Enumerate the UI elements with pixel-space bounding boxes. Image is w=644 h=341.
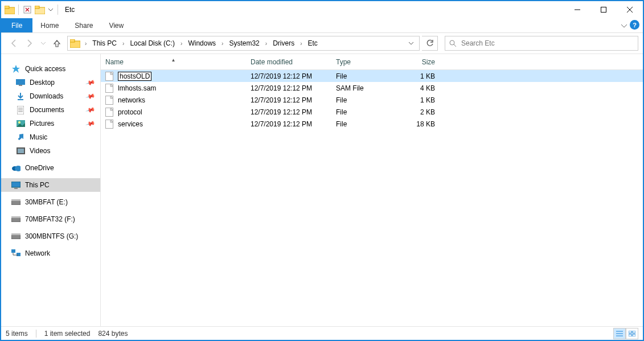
file-row[interactable]: services12/7/2019 12:12 PMFile18 KB [101,118,643,130]
videos-icon [16,146,25,155]
view-tab[interactable]: View [101,18,132,32]
file-size: 1 KB [400,72,440,80]
navigation-bar: › This PC› Local Disk (C:)› Windows› Sys… [1,33,643,54]
drive-icon [11,232,20,241]
sidebar-label: Videos [30,147,50,155]
file-row[interactable]: lmhosts.sam12/7/2019 12:12 PMSAM File4 K… [101,82,643,94]
folder-icon [69,39,81,48]
file-row[interactable]: networks12/7/2019 12:12 PMFile1 KB [101,94,643,106]
new-folder-icon[interactable] [34,3,46,16]
svg-rect-30 [11,199,20,201]
share-tab[interactable]: Share [67,18,101,32]
nav-arrows [6,39,65,48]
column-label: Name [105,58,124,66]
file-date: 12/7/2019 12:12 PM [246,84,331,92]
address-dropdown-icon[interactable] [404,41,418,46]
file-tab[interactable]: File [1,18,32,32]
desktop-icon [16,78,25,87]
svg-rect-33 [11,235,20,239]
sidebar-quick-access[interactable]: Quick access [1,62,100,76]
forward-button[interactable] [25,39,34,48]
up-button[interactable] [52,39,61,48]
sidebar-drive[interactable]: 30MBFAT (E:) [1,195,100,209]
pin-icon: 📌 [85,77,96,88]
sidebar-label: This PC [25,181,50,189]
thumbnails-view-button[interactable] [626,328,638,339]
file-rows[interactable]: hostsOLD12/7/2019 12:12 PMFile1 KBlmhost… [101,70,643,326]
sidebar-item-music[interactable]: Music [1,130,100,144]
documents-icon [16,105,25,114]
chevron-right-icon[interactable]: › [219,40,225,47]
recent-dropdown-icon[interactable] [41,41,46,46]
sidebar-item-pictures[interactable]: Pictures 📌 [1,117,100,130]
address-bar[interactable]: › This PC› Local Disk (C:)› Windows› Sys… [67,36,420,51]
sidebar-this-pc[interactable]: This PC [1,178,100,192]
maximize-button[interactable] [590,1,617,18]
sidebar-label: 70MBFAT32 (F:) [25,215,75,223]
navigation-pane[interactable]: Quick access Desktop 📌 Downloads 📌 Docum… [1,54,101,326]
file-name: lmhosts.sam [118,84,156,92]
file-icon [105,84,114,93]
file-size: 1 KB [400,96,440,104]
sidebar-item-documents[interactable]: Documents 📌 [1,103,100,117]
window-title: Etc [65,6,75,14]
file-row[interactable]: hostsOLD12/7/2019 12:12 PMFile1 KB [101,70,643,82]
onedrive-icon [11,163,20,172]
chevron-right-icon[interactable]: › [83,40,89,47]
breadcrumb-item[interactable]: System32 [227,39,261,47]
help-icon[interactable]: ? [630,20,639,30]
column-type[interactable]: Type [331,58,400,66]
details-view-button[interactable] [613,328,626,339]
breadcrumb-item[interactable]: Local Disk (C:) [128,39,177,47]
breadcrumb-item[interactable]: This PC [90,39,119,47]
svg-rect-47 [629,331,631,333]
chevron-right-icon[interactable]: › [298,40,304,47]
search-box[interactable] [445,36,638,51]
refresh-button[interactable] [422,36,438,51]
file-date: 12/7/2019 12:12 PM [246,72,331,80]
sidebar-item-downloads[interactable]: Downloads 📌 [1,89,100,103]
column-date[interactable]: Date modified [246,58,331,66]
breadcrumb-item[interactable]: Etc [305,39,319,47]
sidebar-label: Quick access [25,65,65,73]
ribbon-expand-icon[interactable] [621,18,627,33]
breadcrumb-item[interactable]: Windows [186,39,218,47]
column-name[interactable]: Name▲ [101,58,246,66]
sidebar-item-videos[interactable]: Videos [1,144,100,158]
svg-rect-29 [11,200,20,205]
star-icon [11,64,20,73]
file-icon [105,96,114,105]
svg-marker-13 [12,65,20,73]
file-row[interactable]: protocol12/7/2019 12:12 PMFile2 KB [101,106,643,118]
file-date: 12/7/2019 12:12 PM [246,120,331,128]
ribbon-tabs: File Home Share View ? [1,18,643,33]
sort-asc-icon: ▲ [171,57,176,63]
rename-input[interactable]: hostsOLD [118,72,151,81]
file-type: File [331,120,400,128]
home-tab[interactable]: Home [32,18,67,32]
file-date: 12/7/2019 12:12 PM [246,108,331,116]
back-button[interactable] [9,39,18,48]
sidebar-onedrive[interactable]: OneDrive [1,161,100,175]
separator [18,5,19,15]
search-input[interactable] [460,39,634,48]
qat-dropdown-icon[interactable] [46,7,55,12]
sidebar-item-desktop[interactable]: Desktop 📌 [1,76,100,89]
column-size[interactable]: Size [400,58,440,66]
chevron-right-icon[interactable]: › [263,40,269,47]
minimize-button[interactable] [564,1,590,18]
properties-icon[interactable] [21,3,34,16]
sidebar-label: Network [25,249,50,257]
svg-rect-6 [601,7,606,13]
breadcrumb-item[interactable]: Drivers [270,39,297,47]
chevron-right-icon[interactable]: › [120,40,126,47]
svg-rect-14 [16,79,25,85]
sidebar-drive[interactable]: 70MBFAT32 (F:) [1,212,100,226]
sidebar-drive[interactable]: 300MBNTFS (G:) [1,229,100,243]
folder-icon[interactable] [3,3,16,16]
svg-rect-49 [629,334,631,336]
close-button[interactable] [617,1,643,18]
pin-icon: 📌 [85,91,96,101]
chevron-right-icon[interactable]: › [178,40,184,47]
sidebar-network[interactable]: Network [1,246,100,260]
